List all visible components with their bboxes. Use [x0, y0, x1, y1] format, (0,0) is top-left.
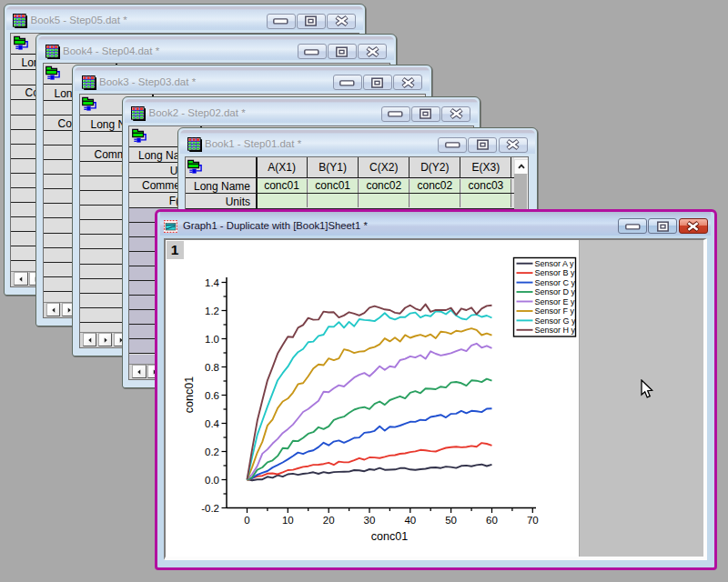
svg-text:0.6: 0.6 — [205, 390, 219, 401]
svg-text:Sensor D y: Sensor D y — [535, 287, 576, 296]
svg-text:0: 0 — [244, 515, 249, 526]
svg-text:30: 30 — [364, 515, 376, 526]
svg-text:50: 50 — [445, 515, 457, 526]
svg-text:Sensor F y: Sensor F y — [535, 306, 575, 316]
svg-text:Sensor E y: Sensor E y — [535, 297, 576, 306]
svg-text:10: 10 — [282, 515, 294, 526]
svg-text:1.2: 1.2 — [205, 306, 219, 316]
svg-text:0.4: 0.4 — [205, 418, 220, 429]
svg-text:0.2: 0.2 — [205, 447, 219, 457]
svg-text:0.8: 0.8 — [205, 362, 219, 373]
svg-text:60: 60 — [486, 515, 498, 526]
svg-text:70: 70 — [527, 515, 539, 526]
svg-text:Sensor C y: Sensor C y — [535, 278, 576, 287]
svg-text:20: 20 — [323, 515, 335, 526]
svg-text:40: 40 — [404, 515, 416, 526]
svg-text:Sensor G y: Sensor G y — [535, 316, 577, 326]
svg-text:conc01: conc01 — [371, 530, 408, 543]
svg-text:1.4: 1.4 — [205, 277, 220, 288]
svg-text:-0.2: -0.2 — [201, 503, 219, 514]
svg-text:Sensor H y: Sensor H y — [535, 326, 576, 335]
svg-text:1.0: 1.0 — [205, 334, 219, 345]
svg-text:conc01: conc01 — [183, 376, 196, 413]
svg-text:Sensor B y: Sensor B y — [535, 268, 576, 277]
svg-text:Sensor A y: Sensor A y — [535, 259, 575, 268]
svg-text:0.0: 0.0 — [205, 475, 219, 486]
